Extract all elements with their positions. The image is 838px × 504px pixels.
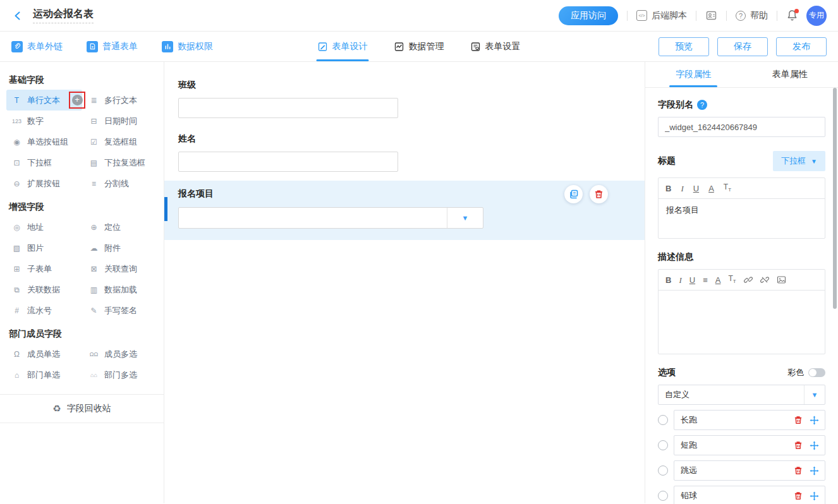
sidebar-item-checkbox-group[interactable]: ☑ 复选框组 (83, 131, 157, 152)
bold-button[interactable]: B (665, 276, 671, 284)
notification-bell-icon[interactable] (786, 9, 799, 23)
italic-button[interactable]: I (679, 276, 681, 284)
tab-data-management[interactable]: 数据管理 (394, 32, 444, 61)
sidebar-item-image[interactable]: ▧ 图片 (6, 237, 82, 258)
preview-button[interactable]: 预览 (659, 37, 709, 56)
description-content[interactable] (659, 291, 825, 354)
bold-button[interactable]: B (665, 184, 671, 193)
option-input[interactable]: 铅球 (674, 486, 825, 504)
text-input[interactable] (178, 152, 398, 172)
unlink-icon[interactable] (760, 275, 769, 284)
delete-option-icon[interactable] (794, 416, 803, 424)
dropdown-select[interactable]: ▼ (178, 207, 483, 229)
sidebar-item-member-multi[interactable]: ΩΩ 成员多选 (83, 344, 157, 364)
data-permission-button[interactable]: 数据权限 (162, 41, 213, 52)
invite-button[interactable] (705, 9, 717, 21)
insert-image-icon[interactable] (777, 275, 786, 284)
chevron-down-icon[interactable]: ▼ (447, 208, 483, 228)
delete-field-button[interactable] (590, 185, 608, 203)
back-icon[interactable] (11, 9, 24, 22)
delete-option-icon[interactable] (794, 441, 803, 450)
sidebar-item-dept-multi[interactable]: ⌂⌂ 部门多选 (83, 364, 157, 385)
tab-form-design[interactable]: 表单设计 (318, 32, 368, 61)
option-actions (794, 441, 819, 450)
field-type-button[interactable]: 下拉框 ▼ (773, 151, 825, 171)
duplicate-field-button[interactable] (564, 185, 583, 203)
sidebar-item-linked-query[interactable]: ⊠ 关联查询 (83, 258, 157, 279)
drag-move-icon[interactable] (810, 491, 819, 501)
canvas-field-registration-item[interactable]: 报名项目 ▼ (164, 181, 645, 240)
sidebar-item-number[interactable]: 123 数字 (6, 111, 82, 131)
option-input[interactable]: 长跑 (674, 410, 825, 430)
help-button[interactable]: ? 帮助 (736, 10, 768, 21)
delete-option-icon[interactable] (794, 466, 803, 475)
delete-option-icon[interactable] (794, 491, 803, 500)
radio-button[interactable] (658, 440, 668, 450)
underline-button[interactable]: U (689, 276, 695, 284)
drag-move-icon[interactable] (810, 466, 819, 476)
sidebar-item-address[interactable]: ◎ 地址 (6, 217, 82, 237)
sidebar-item-multi-line-text[interactable]: ≣ 多行文本 (83, 90, 157, 111)
description-editor: B I U ≡ A TT (658, 269, 825, 354)
sidebar-item-datetime[interactable]: ⊟ 日期时间 (83, 111, 157, 131)
sidebar-item-linked-data[interactable]: ⧉ 关联数据 (6, 279, 82, 300)
form-external-link-button[interactable]: 表单外链 (11, 41, 63, 52)
tab-field-properties[interactable]: 字段属性 (645, 62, 742, 87)
sidebar-item-location[interactable]: ⊕ 定位 (83, 217, 157, 237)
form-title[interactable]: 运动会报名表 (33, 8, 94, 23)
sidebar-item-dept-single[interactable]: ⌂ 部门单选 (6, 364, 82, 385)
item-label: 附件 (104, 243, 121, 254)
field-recycle-bin-button[interactable]: ♻ 字段回收站 (0, 394, 164, 423)
tab-data-management-label: 数据管理 (409, 41, 444, 52)
font-color-button[interactable]: A (708, 184, 714, 193)
font-color-button[interactable]: A (715, 276, 721, 284)
sidebar-item-member-single[interactable]: Ω 成员单选 (6, 344, 82, 364)
font-size-button[interactable]: TT (728, 275, 736, 284)
radio-button[interactable] (658, 415, 668, 425)
sidebar-item-data-load[interactable]: ▥ 数据加载 (83, 279, 157, 300)
radio-button[interactable] (658, 465, 668, 476)
drag-move-icon[interactable] (810, 416, 819, 425)
field-alias-input[interactable] (658, 117, 825, 137)
font-size-button[interactable]: TT (724, 183, 731, 193)
radio-button[interactable] (658, 491, 668, 501)
sidebar-item-serial-number[interactable]: # 流水号 (6, 300, 82, 321)
sidebar-item-dropdown[interactable]: ⊡ 下拉框 (6, 152, 82, 173)
sidebar-item-radio-group[interactable]: ◉ 单选按钮组 (6, 131, 82, 152)
link-icon[interactable] (744, 275, 753, 284)
underline-button[interactable]: U (693, 184, 699, 193)
item-label: 数据加载 (104, 284, 137, 296)
panel-scrollbar[interactable] (833, 88, 837, 309)
canvas-field-name[interactable]: 姓名 (164, 127, 645, 181)
publish-button[interactable]: 发布 (776, 37, 827, 56)
normal-form-button[interactable]: 普通表单 (87, 41, 138, 52)
backend-script-button[interactable]: </> 后端脚本 (636, 10, 687, 21)
tab-form-settings[interactable]: 表单设置 (471, 32, 521, 61)
sidebar-item-signature[interactable]: ✎ 手写签名 (83, 300, 157, 321)
align-button[interactable]: ≡ (703, 276, 708, 284)
tab-form-properties[interactable]: 表单属性 (742, 62, 838, 87)
plus-icon[interactable]: + (72, 95, 83, 105)
text-input[interactable] (178, 98, 398, 118)
title-content[interactable]: 报名项目 (659, 199, 825, 238)
option-input[interactable]: 短跑 (674, 435, 825, 455)
sidebar-item-extend-button[interactable]: ⊖ 扩展按钮 (6, 173, 82, 194)
option-input[interactable]: 跳远 (674, 460, 825, 481)
option-source-select[interactable]: 自定义 ▼ (658, 385, 825, 405)
field-alias-row: 字段别名 ? (658, 99, 825, 111)
address-pin-icon: ◎ (11, 223, 22, 232)
sidebar-item-divider-line[interactable]: ≡ 分割线 (83, 173, 157, 194)
canvas-field-class[interactable]: 班级 (164, 73, 645, 127)
save-button[interactable]: 保存 (717, 37, 768, 56)
sidebar-item-subform[interactable]: ⊞ 子表单 (6, 258, 82, 279)
color-toggle[interactable] (808, 368, 825, 377)
drag-move-icon[interactable] (810, 441, 819, 450)
item-label: 流水号 (27, 305, 52, 316)
italic-button[interactable]: I (681, 184, 683, 193)
sidebar-item-attachment[interactable]: ☁ 附件 (83, 237, 157, 258)
help-circle-icon[interactable]: ? (697, 100, 707, 110)
sidebar-item-single-line-text[interactable]: T 单行文本 + (6, 90, 82, 111)
avatar[interactable]: 专用 (806, 6, 827, 26)
sidebar-item-dropdown-multi[interactable]: ▤ 下拉复选框 (83, 152, 157, 173)
app-access-button[interactable]: 应用访问 (559, 6, 618, 25)
